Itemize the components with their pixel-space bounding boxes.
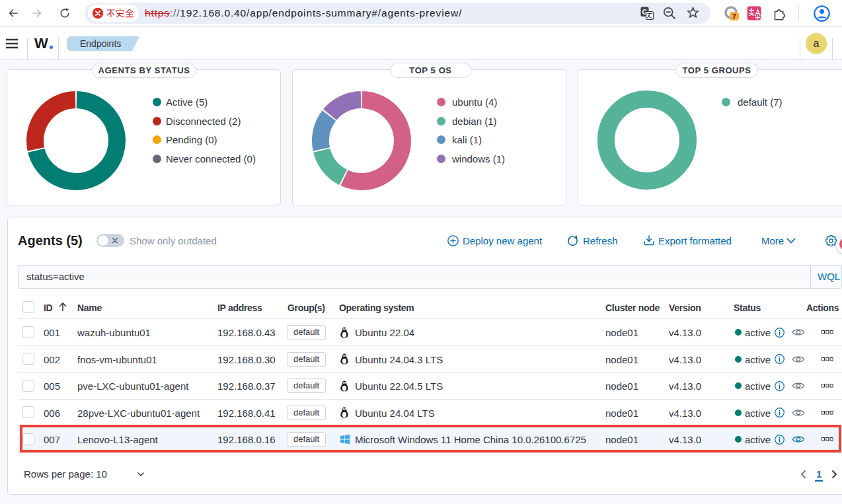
svg-text:7: 7 xyxy=(732,13,736,20)
